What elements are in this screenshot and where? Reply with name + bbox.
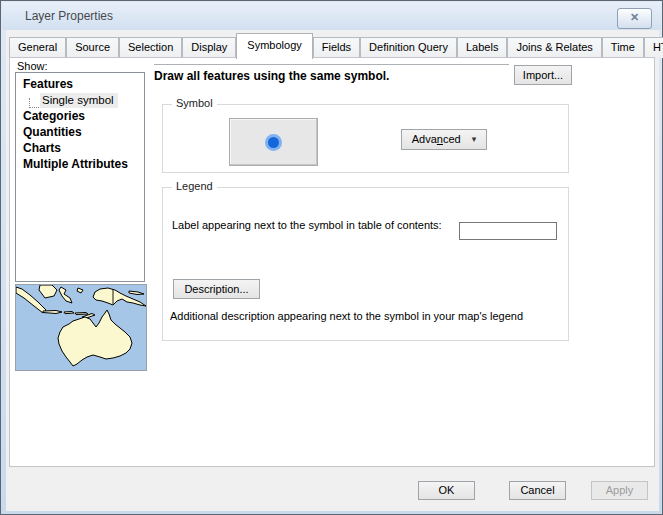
description-button[interactable]: Description... xyxy=(173,279,260,299)
chevron-down-icon: ▾ xyxy=(472,130,477,149)
advanced-label: Adva xyxy=(412,133,437,145)
tree-item-label: Single symbol xyxy=(40,93,118,108)
advanced-label-end: ced xyxy=(443,133,461,145)
tab-joins-relates[interactable]: Joins & Relates xyxy=(507,37,601,58)
map-preview-thumbnail xyxy=(15,284,147,371)
tab-definition-query[interactable]: Definition Query xyxy=(360,37,457,58)
tree-item-multiple-attributes[interactable]: Multiple Attributes xyxy=(16,156,144,172)
ok-button[interactable]: OK xyxy=(418,481,475,500)
window-title: Layer Properties xyxy=(25,9,113,23)
legend-label-text: Label appearing next to the symbol in ta… xyxy=(172,219,442,231)
symbol-groupbox: Symbol Advanced ▾ xyxy=(162,104,569,173)
tab-symbology[interactable]: Symbology xyxy=(236,33,312,59)
legend-groupbox: Legend Label appearing next to the symbo… xyxy=(162,187,569,341)
tab-strip: General Source Selection Display Symbolo… xyxy=(9,34,663,58)
tree-item-features[interactable]: Features xyxy=(16,76,144,92)
symbology-tab-page: Show: Features Single symbol Categories … xyxy=(9,57,655,467)
show-label: Show: xyxy=(17,60,48,72)
tree-item-single-symbol[interactable]: Single symbol xyxy=(16,92,144,108)
cancel-button[interactable]: Cancel xyxy=(509,481,566,500)
layer-properties-dialog: Layer Properties ✕ General Source Select… xyxy=(0,0,663,515)
show-tree: Features Single symbol Categories Quanti… xyxy=(15,72,145,282)
tab-fields[interactable]: Fields xyxy=(313,37,360,58)
tree-item-quantities[interactable]: Quantities xyxy=(16,124,144,140)
close-icon: ✕ xyxy=(630,11,639,23)
page-heading: Draw all features using the same symbol. xyxy=(154,69,389,83)
advanced-dropdown-button[interactable]: Advanced ▾ xyxy=(401,129,487,150)
tree-item-categories[interactable]: Categories xyxy=(16,108,144,124)
tab-source[interactable]: Source xyxy=(66,37,119,58)
tree-item-charts[interactable]: Charts xyxy=(16,140,144,156)
import-button[interactable]: Import... xyxy=(514,65,572,85)
close-button[interactable]: ✕ xyxy=(617,8,652,29)
legend-label-input[interactable] xyxy=(459,222,557,240)
tab-selection[interactable]: Selection xyxy=(119,37,182,58)
title-bar[interactable]: Layer Properties ✕ xyxy=(2,2,661,30)
legend-group-title: Legend xyxy=(172,180,217,192)
symbol-group-title: Symbol xyxy=(172,97,217,109)
point-symbol-icon xyxy=(265,134,282,151)
heading-divider xyxy=(154,64,509,65)
dialog-body: General Source Selection Display Symbolo… xyxy=(6,30,659,511)
tab-html-popup[interactable]: HTML Popup xyxy=(644,37,663,58)
legend-additional-text: Additional description appearing next to… xyxy=(170,310,523,322)
tab-labels[interactable]: Labels xyxy=(457,37,507,58)
apply-button: Apply xyxy=(591,481,648,500)
tab-display[interactable]: Display xyxy=(182,37,236,58)
tree-branch-icon xyxy=(29,98,39,108)
tab-general[interactable]: General xyxy=(9,37,66,58)
symbol-preview-button[interactable] xyxy=(229,118,318,166)
tab-time[interactable]: Time xyxy=(602,37,644,58)
